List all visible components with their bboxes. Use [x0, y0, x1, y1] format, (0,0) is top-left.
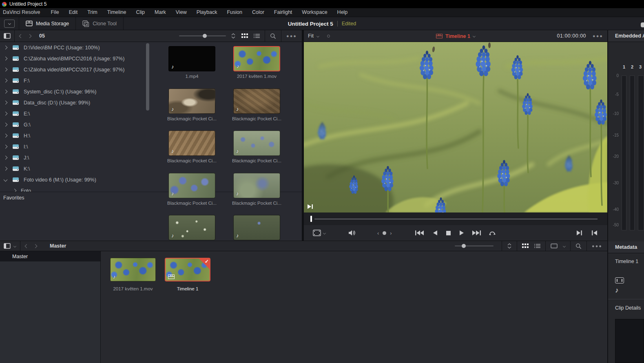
bin-list-view-icon[interactable] — [534, 243, 540, 248]
bin-grid-view-icon[interactable] — [522, 243, 529, 248]
drive-item[interactable]: D:\Video\BM PCC (Usage: 100%) — [0, 42, 150, 53]
media-clip[interactable]: ♪ Blackmagic Pocket Ci... — [233, 173, 280, 198]
menu-view[interactable]: View — [171, 8, 192, 17]
playhead[interactable] — [310, 216, 312, 222]
last-frame-button[interactable] — [472, 230, 481, 236]
media-pool-section: Master ●●● Master — [0, 241, 607, 363]
bin-clip-selected[interactable]: ✓ Timeline 1 — [165, 258, 210, 281]
menu-timeline[interactable]: Timeline — [102, 8, 131, 17]
clone-tool-button[interactable]: Clone Tool — [76, 17, 123, 30]
bin-frame-view-icon[interactable] — [551, 243, 558, 248]
jog-forward-icon[interactable]: › — [390, 230, 392, 236]
thumbnail-zoom-slider[interactable] — [179, 33, 226, 39]
menu-trim[interactable]: Trim — [82, 8, 102, 17]
menu-playback[interactable]: Playback — [192, 8, 222, 17]
media-clip[interactable]: ♪ — [168, 215, 215, 240]
chevron-down-icon[interactable] — [563, 244, 566, 247]
menu-help[interactable]: Help — [332, 8, 353, 17]
bin-search-icon[interactable] — [575, 243, 582, 249]
goto-out-button[interactable] — [576, 230, 582, 236]
bin-tree: Master — [0, 251, 101, 363]
menu-clip[interactable]: Clip — [131, 8, 150, 17]
jog-dial-icon[interactable] — [383, 231, 386, 235]
scrub-track[interactable] — [314, 219, 598, 219]
audio-note-icon: ♪ — [171, 148, 174, 154]
panel-dropdown-button[interactable] — [4, 20, 15, 28]
clip-thumbnail: ♪ — [233, 215, 280, 240]
bin-tree-item-master[interactable]: Master — [0, 251, 100, 261]
menu-workspace[interactable]: Workspace — [297, 8, 332, 17]
chevron-down-icon[interactable] — [473, 35, 476, 38]
folder-item[interactable]: Foto — [0, 185, 150, 192]
chevron-down-icon[interactable] — [13, 244, 16, 247]
media-storage-button[interactable]: Media Storage — [19, 17, 75, 30]
menu-mark[interactable]: Mark — [150, 8, 171, 17]
options-menu-icon[interactable]: ●●● — [286, 33, 297, 38]
audio-level-button[interactable] — [348, 230, 356, 236]
media-clip[interactable]: ♪ Blackmagic Pocket Ci... — [233, 131, 280, 156]
media-clip[interactable]: ♪ Blackmagic Pocket Ci... — [168, 89, 215, 114]
viewer-timeline-selector[interactable]: Timeline 1 — [445, 33, 470, 39]
media-clip[interactable]: ♪ Blackmagic Pocket Ci... — [233, 89, 280, 114]
toolbar-right-partial-icon — [641, 22, 644, 27]
media-clip[interactable]: ♪ Blackmagic Pocket Ci... — [168, 173, 215, 198]
sort-order-icon[interactable] — [231, 33, 236, 39]
drive-item[interactable]: System_disc (C:\) (Usage: 96%) — [0, 86, 150, 97]
bin-back-button[interactable] — [25, 244, 29, 248]
play-reverse-button[interactable] — [432, 230, 438, 236]
media-clip-selected[interactable]: ♪ 2017 květen 1.mov — [233, 46, 280, 71]
tree-scrollbar[interactable] — [146, 43, 149, 111]
menu-bar: DaVinci Resolve File Edit Trim Timeline … — [0, 8, 644, 17]
menu-color[interactable]: Color — [247, 8, 269, 17]
drive-item[interactable]: Data_disc (D:\) (Usage: 99%) — [0, 97, 150, 108]
clip-thumbnail: ♪ — [233, 89, 280, 114]
media-clip[interactable]: ♪ Blackmagic Pocket Ci... — [168, 131, 215, 156]
clip-thumbnail: ♪ — [168, 173, 215, 198]
first-frame-button[interactable] — [415, 230, 424, 236]
drive-icon — [13, 45, 19, 50]
media-clip[interactable]: ♪ — [233, 215, 280, 240]
drive-item[interactable]: E:\ — [0, 108, 150, 119]
viewer-video-canvas[interactable] — [304, 42, 607, 212]
menu-fairlight[interactable]: Fairlight — [269, 8, 297, 17]
stop-button[interactable] — [446, 230, 451, 236]
menu-davinci-resolve[interactable]: DaVinci Resolve — [3, 8, 46, 17]
bin-forward-button[interactable] — [33, 244, 38, 248]
loop-button[interactable] — [489, 230, 496, 236]
bin-clip[interactable]: ♪ 2017 květen 1.mov — [110, 258, 156, 281]
menu-fusion[interactable]: Fusion — [222, 8, 247, 17]
drive-item[interactable]: G:\ — [0, 119, 150, 130]
bin-options-icon[interactable]: ●●● — [592, 243, 602, 248]
clip-thumbnail: ♪ — [168, 89, 215, 114]
list-view-icon[interactable] — [254, 33, 260, 38]
source-viewer-panel: Fit Timeline 1 01:00:00:00 ●●● — [304, 30, 607, 241]
jog-back-icon[interactable]: ‹ — [377, 230, 379, 236]
search-icon[interactable] — [270, 33, 276, 39]
media-clip[interactable]: ♪ 1.mp4 — [168, 46, 215, 71]
display-mode-button[interactable] — [313, 230, 325, 236]
drive-item[interactable]: I:\ — [0, 141, 150, 152]
goto-in-button[interactable] — [591, 230, 598, 236]
drive-item[interactable]: F:\ — [0, 75, 150, 86]
drive-item[interactable]: C:\Záloha video\BMPCC\2016 (Usage: 97%) — [0, 53, 150, 64]
drive-item[interactable]: K:\ — [0, 163, 150, 174]
jog-control[interactable]: ‹ › — [377, 230, 392, 236]
sidebar-toggle-icon[interactable] — [4, 33, 11, 39]
drive-item[interactable]: C:\Záloha video\BMPCC\2017 (Usage: 97%) — [0, 64, 150, 75]
viewer-scrub-bar[interactable] — [304, 212, 607, 225]
menu-file[interactable]: File — [46, 8, 64, 17]
menu-edit[interactable]: Edit — [64, 8, 83, 17]
clip-thumbnail: ♪ — [168, 131, 215, 156]
back-arrow-button[interactable] — [19, 34, 23, 38]
bin-zoom-slider[interactable] — [455, 243, 494, 249]
bin-sidebar-toggle-icon[interactable] — [4, 243, 11, 249]
play-button[interactable] — [459, 230, 465, 236]
drive-item[interactable]: H:\ — [0, 130, 150, 141]
forward-arrow-button[interactable] — [28, 34, 32, 38]
drive-item-expanded[interactable]: Foto video 6 (M:\) (Usage: 99%) — [0, 174, 150, 185]
grid-view-icon[interactable] — [241, 33, 248, 38]
media-storage-panel: 05 ●●● D:\Video\BM PCC (Usage: 100%) C:\… — [0, 30, 302, 241]
drive-icon — [13, 100, 19, 105]
bin-sort-icon[interactable] — [507, 243, 512, 249]
drive-item[interactable]: J:\ — [0, 152, 150, 163]
